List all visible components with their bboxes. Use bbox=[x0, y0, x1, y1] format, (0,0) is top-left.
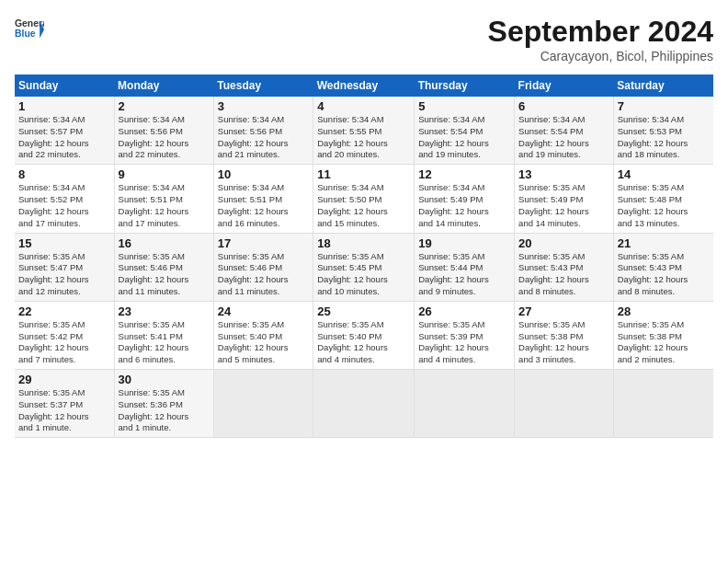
calendar-cell: 18Sunrise: 5:35 AM Sunset: 5:45 PM Dayli… bbox=[313, 233, 415, 301]
calendar-cell: 7Sunrise: 5:34 AM Sunset: 5:53 PM Daylig… bbox=[613, 97, 713, 165]
day-number: 13 bbox=[518, 167, 609, 181]
calendar-cell: 1Sunrise: 5:34 AM Sunset: 5:57 PM Daylig… bbox=[15, 97, 114, 165]
day-info: Sunrise: 5:34 AM Sunset: 5:53 PM Dayligh… bbox=[618, 114, 688, 159]
day-info: Sunrise: 5:35 AM Sunset: 5:40 PM Dayligh… bbox=[317, 319, 388, 364]
day-number: 12 bbox=[418, 167, 510, 181]
col-monday: Monday bbox=[114, 75, 213, 97]
day-number: 14 bbox=[618, 167, 710, 181]
day-info: Sunrise: 5:35 AM Sunset: 5:46 PM Dayligh… bbox=[119, 251, 189, 296]
day-number: 18 bbox=[317, 236, 410, 250]
day-info: Sunrise: 5:35 AM Sunset: 5:39 PM Dayligh… bbox=[418, 319, 489, 364]
calendar-cell bbox=[613, 370, 713, 438]
day-info: Sunrise: 5:34 AM Sunset: 5:55 PM Dayligh… bbox=[317, 114, 388, 159]
day-info: Sunrise: 5:34 AM Sunset: 5:49 PM Dayligh… bbox=[418, 182, 489, 227]
day-info: Sunrise: 5:35 AM Sunset: 5:37 PM Dayligh… bbox=[18, 387, 89, 432]
day-info: Sunrise: 5:35 AM Sunset: 5:47 PM Dayligh… bbox=[18, 251, 89, 296]
calendar-container: General Blue September 2024 Caraycayon, … bbox=[0, 0, 728, 445]
day-number: 28 bbox=[618, 304, 710, 318]
day-number: 20 bbox=[518, 236, 609, 250]
day-info: Sunrise: 5:35 AM Sunset: 5:38 PM Dayligh… bbox=[618, 319, 688, 364]
day-info: Sunrise: 5:35 AM Sunset: 5:40 PM Dayligh… bbox=[218, 319, 289, 364]
day-info: Sunrise: 5:34 AM Sunset: 5:56 PM Dayligh… bbox=[119, 114, 189, 159]
day-info: Sunrise: 5:35 AM Sunset: 5:43 PM Dayligh… bbox=[618, 251, 688, 296]
day-info: Sunrise: 5:34 AM Sunset: 5:54 PM Dayligh… bbox=[518, 114, 589, 159]
col-tuesday: Tuesday bbox=[213, 75, 313, 97]
day-info: Sunrise: 5:35 AM Sunset: 5:38 PM Dayligh… bbox=[518, 319, 589, 364]
day-info: Sunrise: 5:35 AM Sunset: 5:42 PM Dayligh… bbox=[18, 319, 89, 364]
day-number: 15 bbox=[18, 236, 110, 250]
calendar-cell: 23Sunrise: 5:35 AM Sunset: 5:41 PM Dayli… bbox=[114, 301, 213, 369]
col-saturday: Saturday bbox=[613, 75, 713, 97]
calendar-cell: 3Sunrise: 5:34 AM Sunset: 5:56 PM Daylig… bbox=[213, 97, 313, 165]
svg-text:Blue: Blue bbox=[15, 29, 36, 39]
day-number: 5 bbox=[418, 99, 510, 113]
table-row: 15Sunrise: 5:35 AM Sunset: 5:47 PM Dayli… bbox=[15, 233, 713, 301]
day-info: Sunrise: 5:35 AM Sunset: 5:45 PM Dayligh… bbox=[317, 251, 388, 296]
day-info: Sunrise: 5:35 AM Sunset: 5:48 PM Dayligh… bbox=[618, 182, 688, 227]
calendar-cell: 10Sunrise: 5:34 AM Sunset: 5:51 PM Dayli… bbox=[213, 165, 313, 233]
calendar-cell: 24Sunrise: 5:35 AM Sunset: 5:40 PM Dayli… bbox=[213, 301, 313, 369]
table-row: 22Sunrise: 5:35 AM Sunset: 5:42 PM Dayli… bbox=[15, 301, 713, 369]
day-number: 30 bbox=[119, 373, 210, 386]
col-wednesday: Wednesday bbox=[313, 75, 415, 97]
day-number: 24 bbox=[218, 304, 309, 318]
day-info: Sunrise: 5:35 AM Sunset: 5:46 PM Dayligh… bbox=[218, 251, 289, 296]
calendar-cell: 25Sunrise: 5:35 AM Sunset: 5:40 PM Dayli… bbox=[313, 301, 415, 369]
calendar-cell: 6Sunrise: 5:34 AM Sunset: 5:54 PM Daylig… bbox=[515, 97, 614, 165]
calendar-cell: 17Sunrise: 5:35 AM Sunset: 5:46 PM Dayli… bbox=[213, 233, 313, 301]
day-info: Sunrise: 5:35 AM Sunset: 5:49 PM Dayligh… bbox=[518, 182, 589, 227]
calendar-cell bbox=[515, 370, 614, 438]
calendar-table: Sunday Monday Tuesday Wednesday Thursday… bbox=[15, 75, 713, 438]
calendar-cell: 14Sunrise: 5:35 AM Sunset: 5:48 PM Dayli… bbox=[613, 165, 713, 233]
calendar-cell: 26Sunrise: 5:35 AM Sunset: 5:39 PM Dayli… bbox=[415, 301, 515, 369]
day-number: 29 bbox=[18, 373, 110, 386]
calendar-cell bbox=[213, 370, 313, 438]
calendar-cell: 12Sunrise: 5:34 AM Sunset: 5:49 PM Dayli… bbox=[415, 165, 515, 233]
calendar-cell: 4Sunrise: 5:34 AM Sunset: 5:55 PM Daylig… bbox=[313, 97, 415, 165]
day-info: Sunrise: 5:34 AM Sunset: 5:51 PM Dayligh… bbox=[218, 182, 289, 227]
day-number: 1 bbox=[18, 99, 110, 113]
calendar-cell: 19Sunrise: 5:35 AM Sunset: 5:44 PM Dayli… bbox=[415, 233, 515, 301]
day-number: 21 bbox=[618, 236, 710, 250]
title-block: September 2024 Caraycayon, Bicol, Philip… bbox=[488, 15, 713, 63]
day-info: Sunrise: 5:34 AM Sunset: 5:57 PM Dayligh… bbox=[18, 114, 89, 159]
day-info: Sunrise: 5:35 AM Sunset: 5:43 PM Dayligh… bbox=[518, 251, 589, 296]
location-subtitle: Caraycayon, Bicol, Philippines bbox=[488, 49, 713, 63]
table-row: 29Sunrise: 5:35 AM Sunset: 5:37 PM Dayli… bbox=[15, 370, 713, 438]
day-number: 2 bbox=[119, 99, 210, 113]
day-info: Sunrise: 5:34 AM Sunset: 5:52 PM Dayligh… bbox=[18, 182, 89, 227]
day-number: 22 bbox=[18, 304, 110, 318]
day-number: 16 bbox=[119, 236, 210, 250]
day-number: 17 bbox=[218, 236, 309, 250]
month-title: September 2024 bbox=[488, 15, 713, 49]
day-number: 23 bbox=[119, 304, 210, 318]
day-number: 10 bbox=[218, 167, 309, 181]
day-number: 19 bbox=[418, 236, 510, 250]
day-info: Sunrise: 5:34 AM Sunset: 5:56 PM Dayligh… bbox=[218, 114, 289, 159]
logo-icon: General Blue bbox=[15, 15, 44, 44]
day-number: 11 bbox=[317, 167, 410, 181]
calendar-cell: 21Sunrise: 5:35 AM Sunset: 5:43 PM Dayli… bbox=[613, 233, 713, 301]
day-number: 3 bbox=[218, 99, 309, 113]
calendar-cell: 11Sunrise: 5:34 AM Sunset: 5:50 PM Dayli… bbox=[313, 165, 415, 233]
table-row: 1Sunrise: 5:34 AM Sunset: 5:57 PM Daylig… bbox=[15, 97, 713, 165]
day-info: Sunrise: 5:35 AM Sunset: 5:41 PM Dayligh… bbox=[119, 319, 189, 364]
calendar-cell: 30Sunrise: 5:35 AM Sunset: 5:36 PM Dayli… bbox=[114, 370, 213, 438]
col-friday: Friday bbox=[515, 75, 614, 97]
day-number: 25 bbox=[317, 304, 410, 318]
day-info: Sunrise: 5:34 AM Sunset: 5:54 PM Dayligh… bbox=[418, 114, 489, 159]
calendar-cell: 27Sunrise: 5:35 AM Sunset: 5:38 PM Dayli… bbox=[515, 301, 614, 369]
calendar-cell: 5Sunrise: 5:34 AM Sunset: 5:54 PM Daylig… bbox=[415, 97, 515, 165]
calendar-cell: 22Sunrise: 5:35 AM Sunset: 5:42 PM Dayli… bbox=[15, 301, 114, 369]
calendar-cell: 15Sunrise: 5:35 AM Sunset: 5:47 PM Dayli… bbox=[15, 233, 114, 301]
day-number: 27 bbox=[518, 304, 609, 318]
calendar-cell: 29Sunrise: 5:35 AM Sunset: 5:37 PM Dayli… bbox=[15, 370, 114, 438]
day-info: Sunrise: 5:34 AM Sunset: 5:50 PM Dayligh… bbox=[317, 182, 388, 227]
calendar-cell: 28Sunrise: 5:35 AM Sunset: 5:38 PM Dayli… bbox=[613, 301, 713, 369]
day-number: 7 bbox=[618, 99, 710, 113]
calendar-cell bbox=[313, 370, 415, 438]
calendar-cell: 9Sunrise: 5:34 AM Sunset: 5:51 PM Daylig… bbox=[114, 165, 213, 233]
day-info: Sunrise: 5:35 AM Sunset: 5:44 PM Dayligh… bbox=[418, 251, 489, 296]
day-number: 8 bbox=[18, 167, 110, 181]
col-thursday: Thursday bbox=[415, 75, 515, 97]
